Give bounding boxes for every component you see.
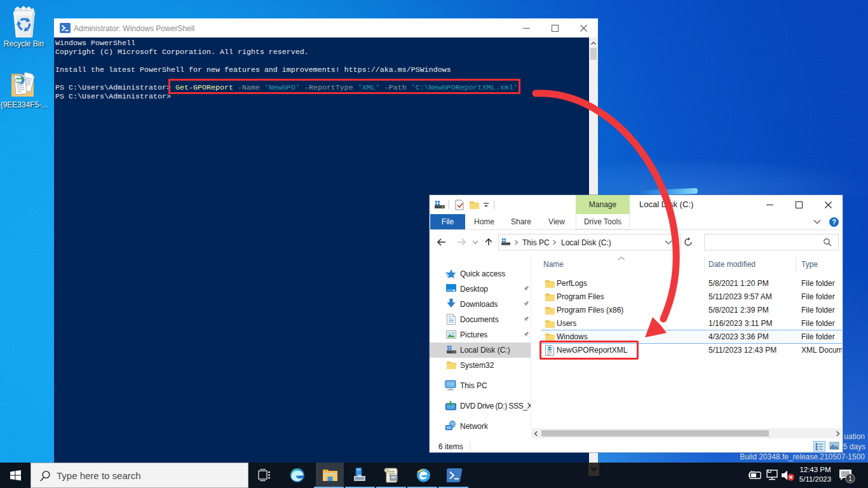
svg-text:1: 1: [848, 475, 852, 482]
